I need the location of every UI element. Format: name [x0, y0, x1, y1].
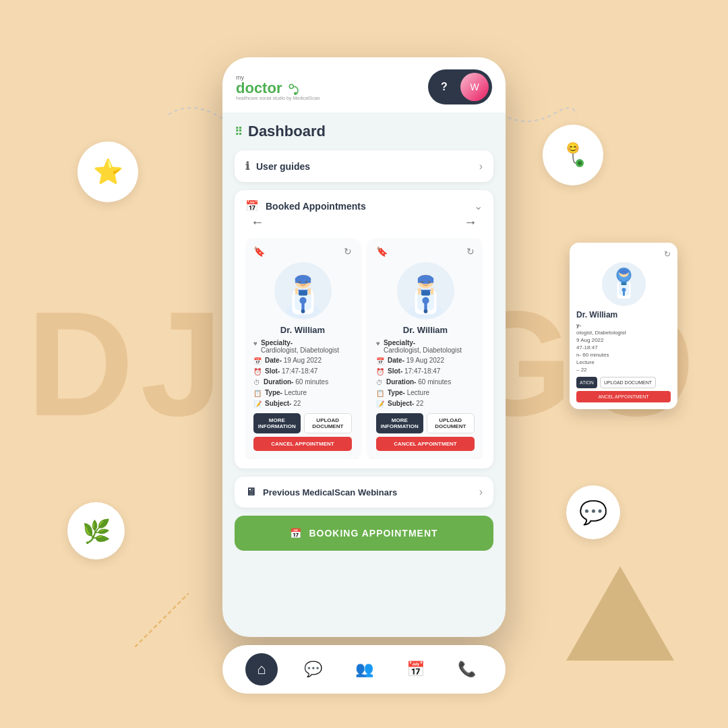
date-icon-1: 📅 [253, 357, 262, 365]
doctor-2-top-buttons: MORE INFORMATION UPLOAD DOCUMENT [376, 413, 475, 433]
user-guides-left: ℹ User guides [245, 160, 310, 173]
doctor-1-name: Dr. William [253, 325, 352, 335]
svg-rect-14 [623, 289, 625, 296]
bg-card-cancel-button[interactable]: ANCEL APPOINTMENT [576, 391, 671, 402]
next-arrow-button[interactable]: → [461, 212, 480, 231]
bg-card-upload-button[interactable]: UPLOAD DOCUMENT [600, 377, 656, 388]
svg-point-39 [428, 280, 430, 282]
deco-diagonal-left [135, 593, 189, 647]
webinars-icon: 🖥 [245, 486, 256, 498]
bg-card-specialty-value: ologist, Diabetologist [576, 330, 671, 336]
webinars-card[interactable]: 🖥 Previous MedicalScan Webinars › [235, 477, 493, 508]
card-1-bookmark-icon[interactable]: 🔖 [253, 246, 265, 257]
user-guides-chevron: › [479, 160, 483, 173]
community-icon: 👥 [355, 661, 373, 678]
plant-icon: 🌿 [82, 518, 111, 545]
stethoscope-decoration: 😊 [543, 125, 603, 185]
nav-calendar-button[interactable]: 📅 [399, 653, 431, 686]
duration-icon-2: ⏱ [376, 379, 383, 386]
chat-nav-icon: 💬 [304, 661, 322, 678]
user-avatar-button[interactable]: W [460, 73, 489, 101]
bg-card-date: 9 Aug 2022 [576, 337, 671, 343]
type-icon-1: 📋 [253, 390, 262, 397]
bg-card-slot: 47-18:47 [576, 344, 671, 351]
appointments-chevron[interactable]: ⌄ [474, 200, 483, 212]
duration-icon-1: ⏱ [253, 379, 260, 386]
doctor-2-date-row: 📅 Date- 19 Aug 2022 [376, 357, 475, 365]
card-2-refresh-icon[interactable]: ↻ [466, 246, 475, 257]
doctor-1-subject-row: 📝 Subject- 22 [253, 400, 352, 408]
dashboard-content: ⠿ Dashboard ℹ User guides › 📅 [222, 113, 506, 561]
svg-point-30 [301, 309, 305, 313]
doctor-2-avatar [397, 262, 454, 320]
svg-rect-20 [298, 291, 307, 295]
svg-rect-12 [619, 269, 628, 274]
bg-card-subject: – 22 [576, 367, 671, 373]
appointments-nav: ← → [245, 212, 483, 231]
doctor-2-more-info-button[interactable]: MORE INFORMATION [376, 413, 423, 433]
svg-point-5 [578, 161, 582, 165]
doctor-1-slot-row: ⏰ Slot- 17:47-18:47 [253, 367, 352, 375]
bookmark-icon: ⭐ [93, 158, 123, 186]
help-button[interactable]: ? [431, 74, 457, 100]
bg-card-type: Lecture [576, 359, 671, 365]
doctor-1-avatar [274, 262, 332, 320]
stethoscope-icon: 😊 [555, 138, 590, 173]
bg-card-header: ↻ [576, 249, 671, 259]
doctor-2-name: Dr. William [376, 325, 475, 335]
doctor-card-2: 🔖 ↻ [368, 238, 483, 459]
nav-home-button[interactable]: ⌂ [245, 653, 278, 686]
slot-icon-2: ⏰ [376, 368, 384, 375]
nav-community-button[interactable]: 👥 [348, 653, 380, 686]
subject-icon-1: 📝 [253, 400, 262, 408]
bookmark-decoration: ⭐ [78, 142, 138, 202]
doctor-1-buttons: MORE INFORMATION UPLOAD DOCUMENT CANCEL … [253, 413, 352, 451]
doctor-2-cancel-button[interactable]: CANCEL APPOINTMENT [376, 437, 475, 451]
booking-appointment-button[interactable]: 📅 BOOKING APPOINTMENT [235, 516, 493, 551]
doctor-1-top-buttons: MORE INFORMATION UPLOAD DOCUMENT [253, 413, 352, 433]
doctor-1-svg [278, 264, 328, 318]
avatar-placeholder: W [460, 73, 489, 101]
type-icon-2: 📋 [376, 390, 384, 397]
card-2-bookmark-icon[interactable]: 🔖 [376, 246, 388, 257]
doctor-2-duration-row: ⏱ Duration- 60 minutes [376, 378, 475, 386]
home-icon: ⌂ [257, 661, 266, 678]
header-actions: ? W [428, 69, 492, 104]
bg-card-doctor-name: Dr. William [576, 310, 671, 320]
doctor-1-upload-button[interactable]: UPLOAD DOCUMENT [304, 413, 353, 433]
logo-tagline-text: healthcare social studio by MedicalScan [236, 96, 320, 100]
svg-rect-10 [621, 282, 626, 285]
logo-area: my doctor healthcare social studio by Me… [236, 74, 320, 100]
user-guides-card[interactable]: ℹ User guides › [235, 150, 493, 182]
calendar-icon: 📅 [245, 200, 259, 212]
phone-container: my doctor healthcare social studio by Me… [222, 57, 506, 694]
doctor-2-upload-button[interactable]: UPLOAD DOCUMENT [427, 413, 475, 433]
card-1-refresh-icon[interactable]: ↻ [344, 246, 352, 257]
doctor-2-subject-row: 📝 Subject- 22 [376, 400, 475, 408]
booking-label: BOOKING APPOINTMENT [309, 528, 437, 539]
background-doctor-card: ↻ Dr. William y- ologist, Diabetologist … [570, 243, 677, 409]
page-title-text: Dashboard [248, 123, 326, 140]
card-2-top-icons: 🔖 ↻ [376, 246, 475, 257]
logo-doctor-text: doctor [236, 81, 300, 96]
doctor-2-specialty-row: ♥ Specialty- Cardiologist, Diabetologist [376, 339, 475, 354]
triangle-decoration [566, 566, 674, 661]
nav-call-button[interactable]: 📞 [450, 653, 483, 686]
doctor-1-more-info-button[interactable]: MORE INFORMATION [253, 413, 301, 433]
svg-point-24 [298, 280, 300, 282]
bg-card-button-row: ATION UPLOAD DOCUMENT [576, 377, 671, 388]
svg-rect-27 [307, 287, 310, 294]
svg-point-38 [421, 280, 423, 282]
phone-header: my doctor healthcare social studio by Me… [222, 57, 506, 113]
doctor-1-cancel-button[interactable]: CANCEL APPOINTMENT [253, 437, 352, 451]
doctor-1-specialty-row: ♥ Specialty- Cardiologist, Diabetologist [253, 339, 352, 354]
appointments-header: 📅 Booked Appointments ⌄ [245, 200, 483, 212]
appointments-label: Booked Appointments [266, 201, 366, 212]
nav-chat-button[interactable]: 💬 [297, 653, 329, 686]
specialty-icon-2: ♥ [376, 340, 380, 347]
prev-arrow-button[interactable]: ← [248, 212, 267, 231]
bg-card-more-info-button[interactable]: ATION [576, 377, 597, 388]
svg-rect-26 [295, 287, 297, 294]
date-icon-2: 📅 [376, 357, 384, 365]
card-1-top-icons: 🔖 ↻ [253, 246, 352, 257]
